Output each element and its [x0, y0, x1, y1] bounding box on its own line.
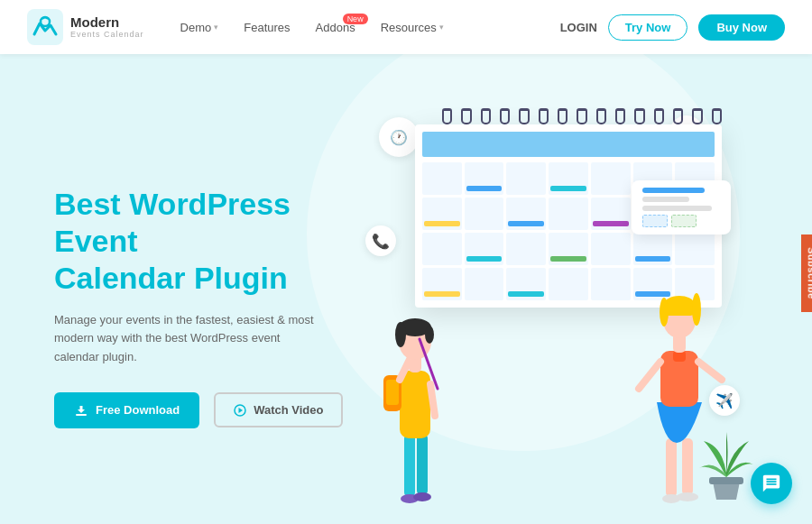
- new-badge: New: [343, 14, 368, 24]
- cal-cell: [422, 198, 462, 230]
- cal-cell: [591, 268, 631, 300]
- free-download-button[interactable]: Free Download: [54, 392, 199, 428]
- svg-rect-21: [682, 438, 693, 495]
- clock-icon: 🕐: [379, 117, 419, 157]
- svg-rect-11: [386, 380, 399, 405]
- hero-description: Manage your events in the fastest, easie…: [54, 311, 325, 367]
- svg-marker-4: [239, 408, 244, 413]
- cal-cell: [633, 233, 673, 265]
- event-line: [642, 188, 705, 193]
- svg-line-26: [639, 362, 660, 389]
- cal-cell: [549, 233, 588, 265]
- svg-rect-32: [663, 303, 696, 316]
- plant-decoration: [695, 423, 758, 515]
- cal-cell: [675, 233, 715, 265]
- hero-left: Best WordPress Event Calendar Plugin Man…: [54, 186, 361, 428]
- try-now-button[interactable]: Try Now: [608, 14, 688, 41]
- brand-sub: Events Calendar: [70, 30, 144, 39]
- cal-cell: [549, 162, 588, 195]
- hero-right: 🕐 ✉️ ▬ 27 📞 ✈️: [361, 90, 758, 524]
- hero-section: Best WordPress Event Calendar Plugin Man…: [0, 54, 812, 524]
- download-icon: [74, 403, 88, 418]
- cal-cell: [506, 233, 546, 265]
- cal-cell: [465, 268, 504, 300]
- svg-point-18: [425, 326, 434, 344]
- nav-addons[interactable]: Addons New: [316, 21, 355, 34]
- svg-rect-6: [417, 434, 428, 495]
- nav-demo[interactable]: Demo ▾: [180, 21, 219, 34]
- cal-cell: [549, 198, 588, 230]
- subscribe-tab[interactable]: Subscribe: [801, 234, 812, 312]
- svg-point-33: [692, 293, 701, 326]
- logo[interactable]: Modern Events Calendar: [27, 9, 144, 45]
- cal-cell: [506, 198, 546, 230]
- cal-cell: [549, 268, 588, 300]
- svg-rect-9: [400, 371, 430, 438]
- phone-icon: 📞: [365, 225, 396, 256]
- hero-title: Best WordPress Event Calendar Plugin: [54, 186, 361, 296]
- chevron-icon: ▾: [214, 23, 218, 32]
- event-line: [642, 206, 712, 211]
- watch-video-button[interactable]: Watch Video: [214, 392, 343, 427]
- calendar-spirals: [415, 108, 722, 124]
- svg-rect-34: [709, 477, 743, 484]
- cal-cell: [591, 233, 631, 265]
- svg-rect-5: [404, 434, 415, 497]
- chat-fab-button[interactable]: [751, 463, 792, 504]
- login-button[interactable]: LOGIN: [560, 21, 597, 34]
- event-line: [642, 197, 689, 202]
- person-left-figure: [370, 290, 460, 524]
- brand-name: Modern: [70, 15, 144, 31]
- svg-point-8: [413, 492, 431, 501]
- cal-cell: [465, 198, 504, 230]
- cal-cell: [591, 162, 631, 195]
- cal-cell: [591, 198, 631, 230]
- svg-point-17: [395, 322, 406, 347]
- play-icon: [234, 404, 246, 417]
- navbar: Modern Events Calendar Demo ▾ Features A…: [0, 0, 812, 54]
- cal-cell: [465, 162, 504, 195]
- hero-buttons: Free Download Watch Video: [54, 392, 361, 428]
- cal-cell: [422, 162, 462, 195]
- svg-line-27: [698, 362, 722, 380]
- chat-icon: [761, 473, 781, 493]
- cal-cell: [465, 233, 504, 265]
- svg-rect-2: [76, 414, 87, 416]
- cal-cell: [506, 268, 546, 300]
- cal-cell: [422, 233, 462, 265]
- nav-resources[interactable]: Resources ▾: [381, 21, 444, 34]
- chevron-icon: ▾: [439, 23, 444, 32]
- svg-rect-20: [666, 438, 677, 497]
- event-detail-card: [632, 180, 731, 234]
- svg-line-13: [430, 384, 435, 416]
- calendar-header: [422, 132, 715, 157]
- buy-now-button[interactable]: Buy Now: [698, 14, 785, 41]
- nav-features[interactable]: Features: [244, 21, 290, 34]
- cal-cell: [506, 162, 546, 195]
